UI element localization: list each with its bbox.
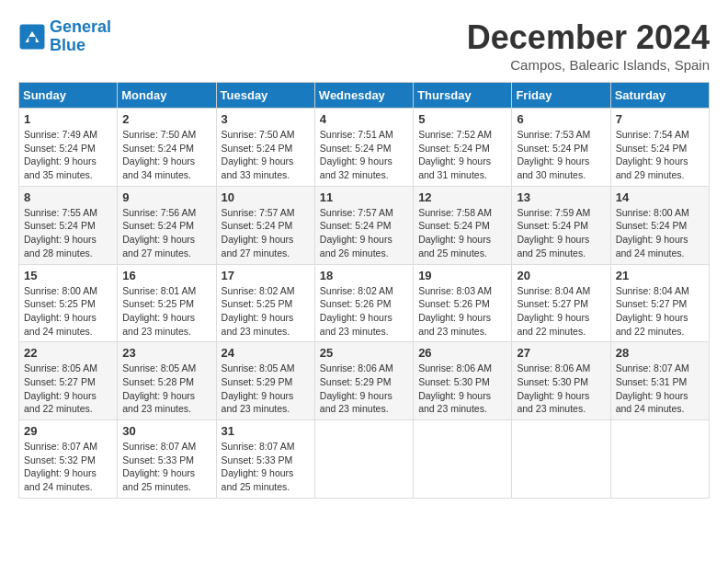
day-number: 30 [122,424,210,438]
day-number: 31 [222,424,310,438]
calendar-week-row: 22 Sunrise: 8:05 AM Sunset: 5:27 PM Dayl… [19,342,710,420]
day-number: 25 [320,346,408,360]
day-info: Sunrise: 8:07 AM Sunset: 5:33 PM Dayligh… [122,440,210,494]
day-number: 22 [24,346,112,360]
calendar-day-cell: 11 Sunrise: 7:57 AM Sunset: 5:24 PM Dayl… [314,186,413,264]
calendar-day-cell: 22 Sunrise: 8:05 AM Sunset: 5:27 PM Dayl… [19,342,118,420]
calendar-day-cell: 26 Sunrise: 8:06 AM Sunset: 5:30 PM Dayl… [414,342,512,420]
day-info: Sunrise: 8:05 AM Sunset: 5:27 PM Dayligh… [24,362,112,416]
day-info: Sunrise: 8:05 AM Sunset: 5:28 PM Dayligh… [122,362,210,416]
day-info: Sunrise: 8:06 AM Sunset: 5:30 PM Dayligh… [517,362,605,416]
calendar-week-row: 15 Sunrise: 8:00 AM Sunset: 5:25 PM Dayl… [19,264,710,342]
calendar-day-cell: 20 Sunrise: 8:04 AM Sunset: 5:27 PM Dayl… [512,264,610,342]
day-info: Sunrise: 8:01 AM Sunset: 5:25 PM Dayligh… [122,284,210,339]
calendar-day-cell: 7 Sunrise: 7:54 AM Sunset: 5:24 PM Dayli… [610,109,709,187]
day-number: 1 [24,112,112,126]
calendar-day-cell: 10 Sunrise: 7:57 AM Sunset: 5:24 PM Dayl… [216,186,314,264]
calendar-day-cell: 6 Sunrise: 7:53 AM Sunset: 5:24 PM Dayli… [512,109,610,187]
day-info: Sunrise: 8:05 AM Sunset: 5:29 PM Dayligh… [222,362,310,416]
day-info: Sunrise: 7:58 AM Sunset: 5:24 PM Dayligh… [418,206,506,260]
month-title: December 2024 [467,18,710,57]
day-info: Sunrise: 8:04 AM Sunset: 5:27 PM Dayligh… [616,284,704,339]
calendar-day-cell: 24 Sunrise: 8:05 AM Sunset: 5:29 PM Dayl… [216,342,314,420]
calendar-day-cell: 4 Sunrise: 7:51 AM Sunset: 5:24 PM Dayli… [314,109,413,187]
day-number: 4 [320,112,408,126]
calendar-day-cell: 27 Sunrise: 8:06 AM Sunset: 5:30 PM Dayl… [512,342,610,420]
day-number: 20 [517,269,605,282]
day-info: Sunrise: 8:02 AM Sunset: 5:26 PM Dayligh… [320,284,408,339]
calendar-day-cell: 1 Sunrise: 7:49 AM Sunset: 5:24 PM Dayli… [19,109,118,187]
calendar-day-cell: 12 Sunrise: 7:58 AM Sunset: 5:24 PM Dayl… [414,186,512,264]
logo-icon [18,23,46,51]
calendar-week-row: 8 Sunrise: 7:55 AM Sunset: 5:24 PM Dayli… [19,186,710,264]
day-info: Sunrise: 8:00 AM Sunset: 5:24 PM Dayligh… [616,206,704,260]
day-info: Sunrise: 8:04 AM Sunset: 5:27 PM Dayligh… [517,284,605,339]
calendar-day-cell: 28 Sunrise: 8:07 AM Sunset: 5:31 PM Dayl… [610,342,709,420]
logo-text: General Blue [50,18,111,55]
day-number: 17 [222,269,310,282]
calendar-day-cell: 14 Sunrise: 8:00 AM Sunset: 5:24 PM Dayl… [610,186,709,264]
calendar-day-cell: 31 Sunrise: 8:07 AM Sunset: 5:33 PM Dayl… [216,420,314,499]
day-number: 12 [418,190,506,204]
svg-rect-2 [28,37,36,42]
day-info: Sunrise: 7:51 AM Sunset: 5:24 PM Dayligh… [320,128,408,182]
day-number: 6 [517,112,605,126]
day-number: 7 [616,112,704,126]
calendar-day-cell [414,420,512,499]
day-number: 2 [122,112,210,126]
logo-line1: General [50,17,111,36]
weekday-header: Thursday [414,83,512,109]
calendar-table: SundayMondayTuesdayWednesdayThursdayFrid… [18,82,710,499]
day-info: Sunrise: 8:02 AM Sunset: 5:25 PM Dayligh… [222,284,310,339]
day-number: 27 [517,346,605,360]
day-number: 11 [320,190,408,204]
day-number: 13 [517,190,605,204]
calendar-day-cell: 2 Sunrise: 7:50 AM Sunset: 5:24 PM Dayli… [118,109,216,187]
page-header: General Blue December 2024 Campos, Balea… [18,18,710,73]
calendar-day-cell: 5 Sunrise: 7:52 AM Sunset: 5:24 PM Dayli… [414,109,512,187]
calendar-day-cell: 15 Sunrise: 8:00 AM Sunset: 5:25 PM Dayl… [19,264,118,342]
day-number: 23 [122,346,210,360]
day-info: Sunrise: 8:07 AM Sunset: 5:33 PM Dayligh… [222,440,310,494]
day-number: 29 [24,424,112,438]
title-area: December 2024 Campos, Balearic Islands, … [467,18,710,73]
calendar-day-cell: 9 Sunrise: 7:56 AM Sunset: 5:24 PM Dayli… [118,186,216,264]
calendar-week-row: 29 Sunrise: 8:07 AM Sunset: 5:32 PM Dayl… [19,420,710,499]
logo-line2: Blue [50,36,85,54]
day-number: 15 [24,269,112,282]
day-number: 19 [418,269,506,282]
day-info: Sunrise: 7:55 AM Sunset: 5:24 PM Dayligh… [24,206,112,260]
calendar-day-cell: 30 Sunrise: 8:07 AM Sunset: 5:33 PM Dayl… [118,420,216,499]
day-info: Sunrise: 8:00 AM Sunset: 5:25 PM Dayligh… [24,284,112,339]
day-info: Sunrise: 7:50 AM Sunset: 5:24 PM Dayligh… [122,128,210,182]
calendar-day-cell [314,420,413,499]
calendar-day-cell: 29 Sunrise: 8:07 AM Sunset: 5:32 PM Dayl… [19,420,118,499]
calendar-day-cell: 25 Sunrise: 8:06 AM Sunset: 5:29 PM Dayl… [314,342,413,420]
day-number: 8 [24,190,112,204]
day-info: Sunrise: 7:49 AM Sunset: 5:24 PM Dayligh… [24,128,112,182]
day-number: 28 [616,346,704,360]
day-info: Sunrise: 8:06 AM Sunset: 5:29 PM Dayligh… [320,362,408,416]
day-info: Sunrise: 7:52 AM Sunset: 5:24 PM Dayligh… [418,128,506,182]
day-info: Sunrise: 8:03 AM Sunset: 5:26 PM Dayligh… [418,284,506,339]
calendar-day-cell: 8 Sunrise: 7:55 AM Sunset: 5:24 PM Dayli… [19,186,118,264]
weekday-header: Wednesday [314,83,413,109]
calendar-day-cell: 19 Sunrise: 8:03 AM Sunset: 5:26 PM Dayl… [414,264,512,342]
day-number: 5 [418,112,506,126]
day-number: 16 [122,269,210,282]
calendar-day-cell: 17 Sunrise: 8:02 AM Sunset: 5:25 PM Dayl… [216,264,314,342]
day-info: Sunrise: 7:57 AM Sunset: 5:24 PM Dayligh… [222,206,310,260]
day-number: 10 [222,190,310,204]
day-info: Sunrise: 7:53 AM Sunset: 5:24 PM Dayligh… [517,128,605,182]
day-info: Sunrise: 8:06 AM Sunset: 5:30 PM Dayligh… [418,362,506,416]
day-number: 18 [320,269,408,282]
calendar-week-row: 1 Sunrise: 7:49 AM Sunset: 5:24 PM Dayli… [19,109,710,187]
calendar-day-cell [512,420,610,499]
day-info: Sunrise: 7:56 AM Sunset: 5:24 PM Dayligh… [122,206,210,260]
day-number: 9 [122,190,210,204]
weekday-header: Sunday [19,83,118,109]
logo: General Blue [18,18,111,55]
day-number: 21 [616,269,704,282]
day-info: Sunrise: 7:59 AM Sunset: 5:24 PM Dayligh… [517,206,605,260]
day-number: 3 [222,112,310,126]
